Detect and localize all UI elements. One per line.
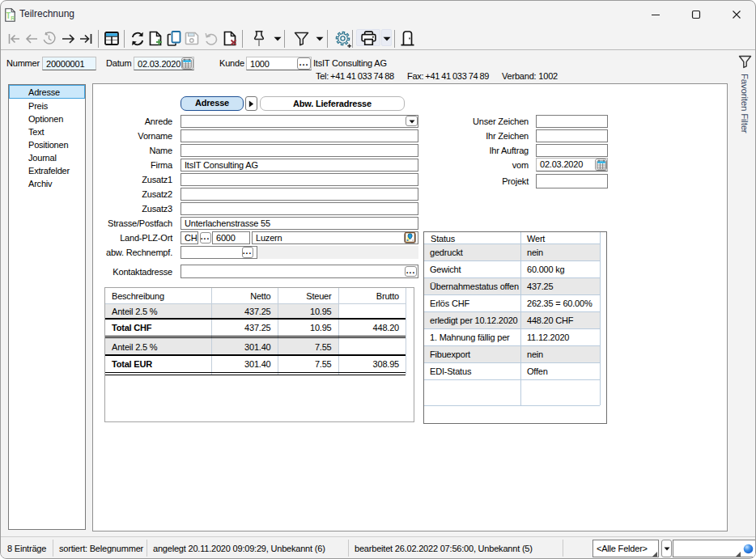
- svg-text:R: R: [11, 15, 15, 21]
